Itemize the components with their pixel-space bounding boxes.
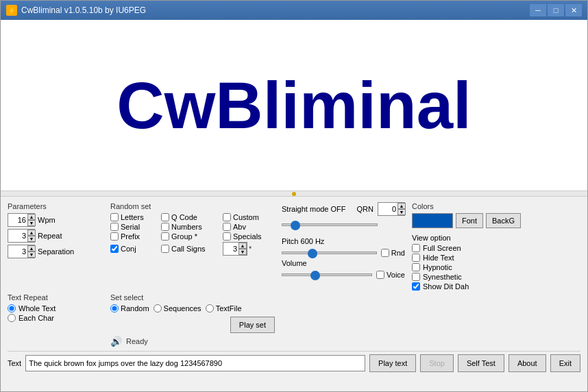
- abv-checkbox[interactable]: [223, 223, 231, 231]
- sequences-label: Sequences: [164, 304, 201, 313]
- wpm-input[interactable]: [8, 214, 27, 226]
- callsigns-checkbox[interactable]: [161, 245, 169, 253]
- pitch-slider[interactable]: [282, 247, 377, 259]
- callsigns-checkbox-item: Call Signs: [161, 242, 219, 256]
- repeat-row: ▲ ▼ Repeat: [8, 229, 103, 243]
- wholetext-radio[interactable]: [8, 304, 16, 313]
- colors-buttons: Font BackG: [412, 213, 580, 228]
- main-window: ⚡ CwBliminal v1.0.5.10b by IU6PEG ─ □ ✕ …: [0, 0, 588, 392]
- text-repeat-label: Text Repeat: [8, 293, 103, 302]
- rnd-check: Rnd: [381, 249, 405, 257]
- letters-checkbox-item: Letters: [110, 213, 157, 221]
- serial-checkbox-item: Serial: [110, 223, 157, 231]
- synesthetic-label: Synesthetic: [423, 273, 462, 281]
- close-button[interactable]: ✕: [565, 4, 582, 16]
- showditdah-checkbox[interactable]: [412, 282, 420, 291]
- parameters-label: Parameters: [8, 202, 103, 210]
- sequences-radio[interactable]: [154, 304, 162, 313]
- qcode-checkbox-item: Q Code: [161, 213, 219, 221]
- fullscreen-label: Full Screen: [423, 244, 461, 252]
- specials-checkbox[interactable]: [223, 232, 231, 241]
- wpm-down[interactable]: ▼: [27, 220, 36, 226]
- group-spin-item: ▲ ▼ *: [223, 242, 275, 256]
- group-label: Group *: [171, 232, 197, 241]
- separation-up[interactable]: ▲: [27, 245, 36, 252]
- separation-down[interactable]: ▼: [27, 252, 36, 258]
- voice-checkbox[interactable]: [376, 271, 384, 279]
- qrn-label: QRN: [357, 205, 373, 213]
- letters-checkbox[interactable]: [110, 213, 119, 221]
- play-set-button[interactable]: Play set: [230, 317, 275, 333]
- repeat-spinbox[interactable]: ▲ ▼: [8, 229, 35, 243]
- specials-checkbox-item: Specials: [223, 232, 275, 241]
- group-spin-input[interactable]: [223, 243, 238, 255]
- numbers-label: Numbers: [171, 223, 202, 231]
- repeat-input[interactable]: [8, 230, 27, 242]
- qrn-input[interactable]: [378, 203, 397, 215]
- group-spin-down[interactable]: ▼: [238, 249, 247, 255]
- maximize-button[interactable]: □: [548, 4, 564, 16]
- qrn-spinbox[interactable]: ▲ ▼: [378, 202, 405, 216]
- qrn-arrows: ▲ ▼: [397, 203, 406, 215]
- serial-checkbox[interactable]: [110, 223, 119, 231]
- font-preview: [412, 213, 453, 228]
- font-button[interactable]: Font: [456, 213, 483, 228]
- separation-row: ▲ ▼ Separation: [8, 245, 103, 258]
- group-spin-up[interactable]: ▲: [238, 243, 247, 249]
- straight-slider[interactable]: [282, 219, 378, 231]
- voice-check: Voice: [376, 271, 405, 279]
- hidetext-checkbox[interactable]: [412, 254, 420, 262]
- controls-row-1: Parameters ▲ ▼ Wpm ▲: [8, 202, 580, 291]
- self-test-button[interactable]: Self Test: [458, 354, 504, 372]
- fullscreen-checkbox[interactable]: [412, 244, 420, 252]
- synesthetic-checkbox[interactable]: [412, 273, 420, 281]
- minimize-button[interactable]: ─: [530, 4, 546, 16]
- repeat-up[interactable]: ▲: [27, 230, 36, 236]
- parameters-section: Parameters ▲ ▼ Wpm ▲: [8, 202, 103, 260]
- straight-header: Straight mode OFF QRN ▲ ▼: [282, 202, 405, 216]
- qcode-label: Q Code: [171, 213, 197, 221]
- random-option: Random: [110, 304, 149, 313]
- group-spinbox[interactable]: ▲ ▼: [223, 242, 247, 256]
- text-label: Text: [8, 359, 21, 367]
- synesthetic-option: Synesthetic: [412, 273, 580, 281]
- straight-slider-container: [282, 219, 405, 233]
- exit-button[interactable]: Exit: [550, 354, 580, 372]
- letters-label: Letters: [121, 213, 144, 221]
- numbers-checkbox[interactable]: [161, 223, 169, 231]
- wpm-row: ▲ ▼ Wpm: [8, 213, 103, 227]
- about-button[interactable]: About: [509, 354, 546, 372]
- set-select-label: Set select: [110, 293, 275, 302]
- wpm-spinbox[interactable]: ▲ ▼: [8, 213, 35, 227]
- separation-input[interactable]: [8, 245, 27, 258]
- fullscreen-option: Full Screen: [412, 244, 580, 252]
- custom-label: Custom: [233, 213, 259, 221]
- view-options: Full Screen Hide Text Hypnotic Synesthet…: [412, 244, 580, 291]
- qrn-down[interactable]: ▼: [397, 209, 406, 215]
- pitch-slider-row: Rnd: [282, 247, 405, 259]
- volume-slider[interactable]: [282, 269, 372, 281]
- eachchar-radio[interactable]: [8, 314, 16, 322]
- custom-checkbox[interactable]: [223, 213, 231, 221]
- text-input[interactable]: [25, 355, 365, 371]
- backg-button[interactable]: BackG: [486, 213, 521, 228]
- random-radio[interactable]: [110, 304, 119, 313]
- textfile-radio[interactable]: [206, 304, 214, 313]
- conj-checkbox[interactable]: [110, 245, 119, 253]
- group-checkbox[interactable]: [161, 232, 169, 241]
- wholetext-label: Whole Text: [19, 304, 56, 313]
- abv-checkbox-item: Abv: [223, 223, 275, 231]
- rnd-checkbox[interactable]: [381, 249, 389, 257]
- separation-spinbox[interactable]: ▲ ▼: [8, 245, 35, 258]
- wpm-up[interactable]: ▲: [27, 214, 36, 220]
- window-title: CwBliminal v1.0.5.10b by IU6PEG: [21, 5, 146, 15]
- stop-button[interactable]: Stop: [420, 354, 454, 372]
- qrn-up[interactable]: ▲: [397, 203, 406, 209]
- play-text-button[interactable]: Play text: [369, 354, 416, 372]
- volume-label: Volume: [282, 259, 405, 267]
- eachchar-option: Each Char: [8, 314, 103, 322]
- repeat-down[interactable]: ▼: [27, 236, 36, 242]
- qcode-checkbox[interactable]: [161, 213, 169, 221]
- prefix-checkbox[interactable]: [110, 232, 119, 241]
- hypnotic-checkbox[interactable]: [412, 263, 420, 271]
